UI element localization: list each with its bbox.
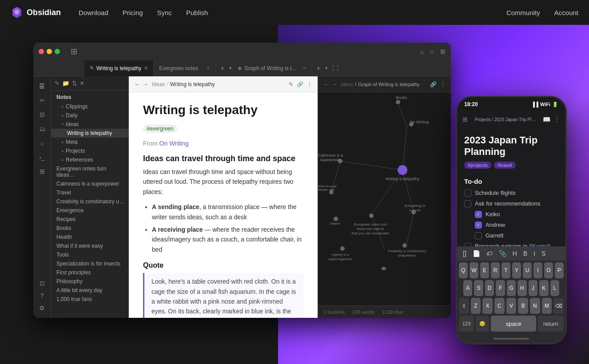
key-r[interactable]: R (491, 262, 500, 278)
key-i[interactable]: I (533, 262, 542, 278)
tab-evergreen[interactable]: Evergreen notes ✕ (154, 60, 216, 76)
search-icon[interactable]: ⌕ (420, 48, 424, 55)
sort-icon[interactable]: ⇅ (72, 80, 77, 87)
tree-item-8[interactable]: Calmness is a superpower (51, 179, 128, 188)
key-m[interactable]: M (542, 298, 552, 314)
nav-download[interactable]: Download (79, 9, 108, 16)
tab-writing-close[interactable]: ✕ (144, 65, 148, 71)
nav-community[interactable]: Community (506, 9, 540, 16)
files-icon[interactable]: ☰ (36, 80, 48, 92)
edit-icon[interactable]: ✎ (289, 81, 293, 87)
key-a[interactable]: A (463, 280, 472, 296)
sidebar-toggle-icon[interactable]: ⊞ (71, 47, 77, 56)
logo[interactable]: Obsidian (11, 6, 61, 19)
nav-pricing[interactable]: Pricing (123, 9, 143, 16)
tab-writing[interactable]: ✎ Writing is telepathy ✕ (84, 60, 154, 76)
tab-evergreen-close[interactable]: ✕ (206, 65, 210, 71)
kb-tag-icon[interactable]: 🏷 (484, 249, 495, 258)
phone-tag-travel[interactable]: #travel (494, 162, 516, 169)
link-icon[interactable]: 🔗 (297, 81, 303, 87)
tree-item-10[interactable]: Creativity is combinatory u… (51, 197, 128, 206)
phone-grid-icon[interactable]: ⊞ (462, 116, 468, 123)
more-options-icon[interactable]: ⋮ (307, 81, 312, 87)
tree-item-16[interactable]: Tools (51, 250, 128, 259)
key-l[interactable]: L (550, 280, 559, 296)
more-icon[interactable]: ✕ (80, 80, 84, 87)
tree-item-1[interactable]: ▸Daily (51, 111, 128, 120)
tab-graph-add[interactable]: + (312, 64, 325, 72)
nav-account[interactable]: Account (554, 9, 578, 16)
key-backspace[interactable]: ⌫ (553, 298, 564, 314)
new-note-icon[interactable]: ✎ (55, 80, 60, 87)
graph-more-icon[interactable]: ⋮ (440, 81, 446, 87)
key-z[interactable]: Z (471, 298, 481, 314)
tree-item-18[interactable]: First principles (51, 268, 128, 277)
key-p[interactable]: P (555, 262, 564, 278)
tree-item-15[interactable]: What if it were easy (51, 241, 128, 250)
kb-italic-icon[interactable]: I (531, 249, 537, 258)
key-x[interactable]: X (482, 298, 493, 314)
terminal-icon[interactable]: ›_ (36, 151, 48, 163)
key-j[interactable]: J (529, 280, 537, 296)
tab-graph-close[interactable]: ✕ (302, 65, 306, 71)
graph-forward-arrow[interactable]: → (332, 81, 338, 87)
tree-item-0[interactable]: ▸Clippings (51, 102, 128, 111)
settings-icon[interactable]: ⚙ (36, 302, 48, 314)
key-123[interactable]: 123 (459, 316, 474, 332)
key-space[interactable]: space (491, 316, 536, 332)
key-h[interactable]: H (517, 280, 526, 296)
tab-add-button[interactable]: + (216, 64, 229, 72)
fullscreen-icon[interactable]: ⛶ (328, 65, 343, 72)
key-c[interactable]: C (494, 298, 505, 314)
key-y[interactable]: Y (512, 262, 521, 278)
graph-back-arrow[interactable]: ← (323, 81, 329, 87)
tree-item-2[interactable]: ▾Ideas (51, 120, 128, 129)
tree-item-7[interactable]: Evergreen notes turn ideas… (51, 164, 128, 179)
tree-item-19[interactable]: Philosophy (51, 277, 128, 286)
canvas-icon[interactable]: ⊡ (36, 277, 48, 289)
tree-item-6[interactable]: ▸References (51, 155, 128, 164)
bookmark-icon[interactable]: ☆ (429, 48, 435, 55)
tree-item-13[interactable]: Books (51, 224, 128, 233)
key-w[interactable]: W (470, 262, 478, 278)
key-v[interactable]: V (506, 298, 517, 314)
key-n[interactable]: N (530, 298, 540, 314)
todo-checkbox-2[interactable]: ✓ (475, 211, 482, 218)
key-f[interactable]: F (496, 280, 505, 296)
todo-checkbox-1[interactable] (464, 200, 471, 207)
forward-arrow[interactable]: → (142, 81, 148, 88)
key-q[interactable]: Q (459, 262, 468, 278)
key-d[interactable]: D (485, 280, 494, 296)
key-k[interactable]: K (539, 280, 548, 296)
tree-item-14[interactable]: Health (51, 233, 128, 241)
phone-tag-projects[interactable]: #projects (464, 162, 491, 169)
key-s[interactable]: S (474, 280, 483, 296)
key-e[interactable]: E (480, 262, 489, 278)
kb-bold-icon[interactable]: B (521, 249, 529, 258)
folder-icon[interactable]: 🗂 (36, 123, 48, 135)
graph-link-icon[interactable]: 🔗 (430, 81, 437, 87)
search-sidebar-icon[interactable]: ✂ (36, 94, 48, 107)
on-writing-link[interactable]: On Writing (159, 140, 189, 147)
close-button[interactable] (39, 49, 44, 54)
tree-item-5[interactable]: ▸Projects (51, 146, 128, 155)
tree-item-17[interactable]: Specialization is for insects (51, 259, 128, 268)
key-g[interactable]: G (507, 280, 516, 296)
layout-icon[interactable]: ⊞ (440, 48, 446, 55)
tab-graph[interactable]: ◉ Graph of Writing is t… ✕ (232, 60, 312, 76)
help-icon[interactable]: ? (36, 289, 48, 302)
minimize-button[interactable] (47, 49, 52, 54)
nav-publish[interactable]: Publish (186, 9, 208, 16)
editor-tag[interactable]: #evergreen (143, 125, 177, 133)
tree-item-12[interactable]: Recipes (51, 215, 128, 224)
kb-heading-icon[interactable]: H (510, 249, 519, 258)
bookmarks-icon[interactable]: ⊟ (36, 108, 48, 121)
phone-more-icon[interactable]: ⋮ (554, 116, 560, 123)
key-b[interactable]: B (518, 298, 528, 314)
tree-item-21[interactable]: 1,000 true fans (51, 295, 128, 304)
todo-checkbox-3[interactable]: ✓ (475, 222, 482, 229)
tree-item-11[interactable]: Emergence (51, 206, 128, 215)
key-return[interactable]: return (538, 316, 564, 332)
tree-item-20[interactable]: A little bit every day (51, 286, 128, 295)
new-folder-icon[interactable]: 📁 (62, 80, 69, 87)
